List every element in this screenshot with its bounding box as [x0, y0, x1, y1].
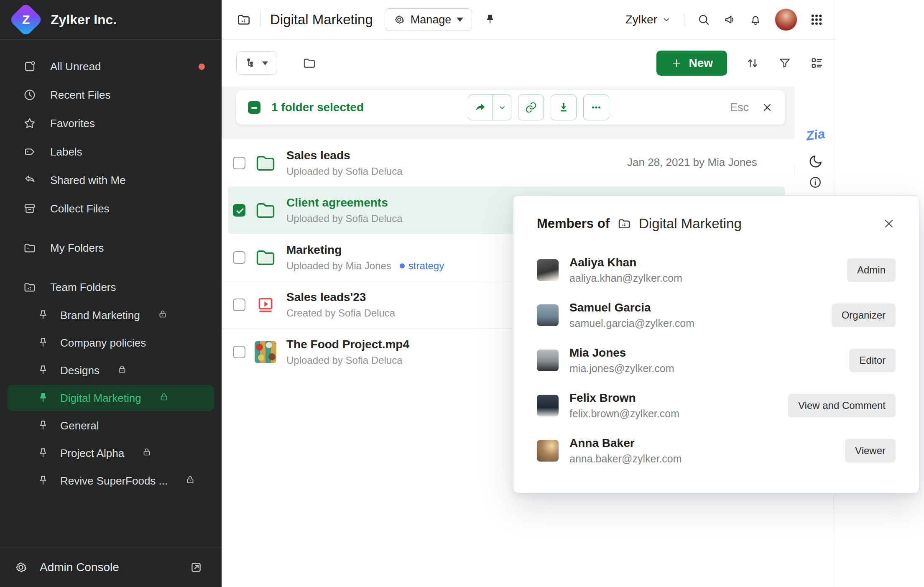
- sidebar-item-designs[interactable]: Designs: [0, 357, 222, 384]
- team-folder-icon: [236, 12, 251, 27]
- org-header[interactable]: Z Zylker Inc.: [0, 0, 222, 40]
- role-badge[interactable]: Organizer: [832, 304, 896, 327]
- share-split-button[interactable]: [468, 94, 511, 120]
- member-email: aaliya.khan@zylker.com: [569, 272, 682, 284]
- list-details-icon[interactable]: [810, 56, 824, 70]
- share-icon[interactable]: [468, 95, 493, 120]
- unread-icon: [23, 60, 36, 73]
- sidebar-item-all-unread[interactable]: All Unread: [0, 52, 222, 81]
- sidebar-item-labels[interactable]: Labels: [0, 138, 222, 166]
- sidebar-item-label: Designs: [60, 364, 100, 377]
- filter-icon[interactable]: [778, 56, 791, 70]
- sidebar-item-label: Shared with Me: [50, 174, 126, 187]
- member-row[interactable]: Samuel Garcia samuel.garcia@zylker.com O…: [513, 293, 919, 338]
- chevron-down-icon: [661, 15, 671, 25]
- members-list: Aaliya Khan aaliya.khan@zylker.com Admin…: [513, 248, 919, 473]
- member-name: Anna Baker: [569, 436, 682, 450]
- file-meta: Created by Sofia Deluca: [286, 307, 395, 319]
- label-tag[interactable]: strategy: [400, 260, 444, 272]
- member-name: Mia Jones: [569, 346, 674, 360]
- sidebar-item-team-folders[interactable]: Team Folders: [0, 273, 222, 301]
- sidebar-item-collect-files[interactable]: Collect Files: [0, 194, 222, 223]
- bell-icon[interactable]: [749, 13, 762, 26]
- sidebar-item-my-folders[interactable]: My Folders: [0, 234, 222, 262]
- lock-icon: [117, 364, 130, 377]
- user-avatar[interactable]: [775, 8, 797, 31]
- member-text: Felix Brown felix.brown@zylker.com: [569, 391, 679, 420]
- esc-hint: Esc: [730, 101, 749, 114]
- sidebar-item-favorites[interactable]: Favorites: [0, 109, 222, 138]
- copy-link-button[interactable]: [518, 94, 544, 120]
- lock-icon: [185, 475, 198, 487]
- workspace-switcher[interactable]: Zylker: [625, 13, 671, 26]
- file-name: Sales leads'23: [286, 291, 395, 304]
- file-row-text: Sales leads'23 Created by Sofia Deluca: [286, 291, 395, 319]
- gear-icon: [14, 560, 28, 574]
- announcement-icon[interactable]: [723, 13, 736, 26]
- file-modified: Jan 28, 2021 by Mia Jones: [627, 156, 757, 169]
- divider: [260, 13, 261, 27]
- role-badge[interactable]: Editor: [849, 349, 896, 372]
- search-icon[interactable]: [697, 13, 710, 26]
- avatar: [537, 395, 559, 416]
- manage-button[interactable]: Manage: [385, 8, 472, 31]
- file-name: Sales leads: [286, 149, 403, 162]
- row-checkbox[interactable]: [233, 204, 245, 217]
- file-row-text: Sales leads Uploaded by Sofia Deluca: [286, 149, 403, 177]
- sidebar-item-recent-files[interactable]: Recent Files: [0, 81, 222, 109]
- sidebar-item-project-alpha[interactable]: Project Alpha: [0, 439, 222, 467]
- selection-count: 1 folder selected: [271, 101, 468, 114]
- role-badge[interactable]: View and Comment: [788, 394, 896, 417]
- file-row-text: The Food Project.mp4 Uploaded by Sofia D…: [286, 338, 409, 366]
- member-name: Samuel Garcia: [569, 301, 694, 314]
- more-actions-button[interactable]: [583, 94, 609, 120]
- info-icon[interactable]: [808, 175, 822, 189]
- new-button[interactable]: New: [656, 51, 727, 76]
- share-options-chevron-icon[interactable]: [493, 95, 511, 120]
- zia-assistant-icon[interactable]: Zia: [805, 126, 826, 144]
- row-checkbox[interactable]: [233, 346, 245, 358]
- org-name: Zylker Inc.: [51, 12, 117, 28]
- apps-grid-icon[interactable]: [810, 13, 823, 26]
- sidebar-item-label: My Folders: [50, 242, 104, 255]
- sidebar-item-revive-superfoods[interactable]: Revive SuperFoods ...: [0, 467, 222, 495]
- sidebar-item-company-policies[interactable]: Company policies: [0, 329, 222, 357]
- member-text: Mia Jones mia.jones@zylker.com: [569, 346, 674, 375]
- download-button[interactable]: [551, 94, 577, 120]
- member-row[interactable]: Anna Baker anna.baker@zylker.com Viewer: [513, 428, 919, 473]
- row-checkbox[interactable]: [233, 157, 245, 169]
- member-row[interactable]: Felix Brown felix.brown@zylker.com View …: [513, 383, 919, 428]
- sidebar-item-label: Favorites: [50, 117, 95, 130]
- team-folder-icon: [23, 281, 36, 294]
- sidebar-item-shared-with-me[interactable]: Shared with Me: [0, 166, 222, 194]
- role-badge[interactable]: Admin: [847, 258, 896, 282]
- gear-icon: [393, 14, 405, 26]
- member-email: mia.jones@zylker.com: [569, 362, 674, 375]
- org-logo: Z: [9, 3, 43, 37]
- role-badge[interactable]: Viewer: [845, 439, 896, 462]
- close-icon[interactable]: [882, 217, 896, 230]
- select-all-checkbox[interactable]: [248, 101, 260, 114]
- star-icon: [23, 117, 36, 130]
- row-checkbox[interactable]: [233, 251, 245, 264]
- dark-mode-moon-icon[interactable]: [808, 153, 824, 169]
- sidebar-item-label: General: [60, 419, 99, 432]
- pin-icon: [37, 364, 49, 377]
- toolbar-right: New: [656, 51, 836, 76]
- view-switcher-button[interactable]: [236, 51, 277, 75]
- member-text: Aaliya Khan aaliya.khan@zylker.com: [569, 256, 682, 284]
- lock-icon: [142, 447, 154, 459]
- sidebar-item-digital-marketing[interactable]: Digital Marketing: [8, 385, 214, 411]
- sidebar-item-general[interactable]: General: [0, 412, 222, 439]
- admin-console[interactable]: Admin Console: [0, 547, 222, 587]
- pin-icon[interactable]: [484, 13, 496, 26]
- row-checkbox[interactable]: [233, 299, 245, 311]
- member-row[interactable]: Mia Jones mia.jones@zylker.com Editor: [513, 338, 919, 383]
- sort-icon[interactable]: [745, 56, 760, 70]
- sidebar-item-brand-marketing[interactable]: Brand Marketing: [0, 301, 222, 329]
- close-icon[interactable]: [761, 102, 773, 113]
- team-folder-icon: [617, 217, 631, 231]
- file-row[interactable]: Sales leads Uploaded by Sofia Deluca Jan…: [222, 139, 785, 186]
- folder-view-icon[interactable]: [302, 56, 317, 70]
- member-row[interactable]: Aaliya Khan aaliya.khan@zylker.com Admin: [513, 248, 919, 293]
